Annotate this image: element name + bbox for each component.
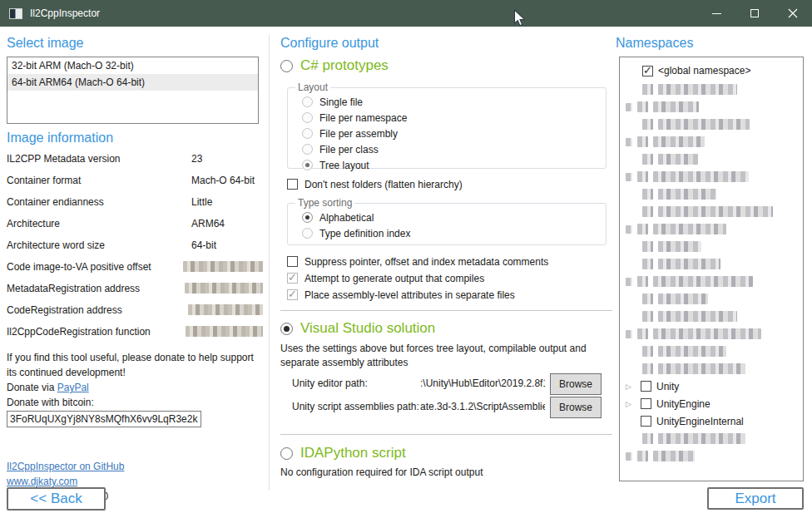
close-button[interactable] xyxy=(774,0,812,27)
image-list-item[interactable]: 32-bit ARM (Mach-O 32-bit) xyxy=(7,57,258,74)
radio-csharp-prototypes[interactable]: C# prototypes xyxy=(280,57,389,75)
column-divider xyxy=(269,35,270,491)
info-row: Container endiannessLittle xyxy=(7,196,263,218)
info-value: 64-bit xyxy=(191,239,216,261)
image-list-item-selected[interactable]: 64-bit ARM64 (Mach-O 64-bit) xyxy=(7,74,258,91)
namespace-item-redacted[interactable] xyxy=(620,150,803,168)
checkbox-compilable-output[interactable]: ✓ Attempt to generate output that compil… xyxy=(287,270,484,286)
checkbox-icon xyxy=(287,179,298,190)
radio-file-per-namespace[interactable]: File per namespace xyxy=(295,110,599,126)
checkbox-icon[interactable]: ✓ xyxy=(642,66,653,76)
checkbox-flatten-hierarchy[interactable]: Don't nest folders (flatten hierarchy) xyxy=(287,176,463,192)
back-button[interactable]: << Back xyxy=(7,487,106,511)
namespace-item-redacted[interactable] xyxy=(620,185,803,203)
radio-icon xyxy=(280,60,293,72)
namespace-item-redacted[interactable] xyxy=(620,273,803,290)
info-row: MetadataRegistration address xyxy=(7,283,263,304)
info-row: Architecture word size64-bit xyxy=(7,239,263,261)
radio-visual-studio-solution[interactable]: Visual Studio solution xyxy=(280,319,435,338)
radio-tree-layout[interactable]: Tree layout xyxy=(295,157,599,173)
radio-icon xyxy=(302,228,313,239)
namespace-item-redacted[interactable] xyxy=(620,290,803,308)
radio-icon xyxy=(302,112,313,123)
checkbox-suppress-comments[interactable]: Suppress pointer, offset and index metad… xyxy=(287,254,548,269)
maximize-button[interactable] xyxy=(735,0,774,27)
ida-description: No configuration required for IDA script… xyxy=(280,466,483,478)
namespace-item-global[interactable]: ✓ <global namespace> xyxy=(620,61,803,81)
radio-alphabetical[interactable]: Alphabetical xyxy=(295,210,599,225)
paypal-link[interactable]: PayPal xyxy=(57,382,89,393)
expander-icon[interactable]: ▷ xyxy=(626,382,636,391)
namespace-item-redacted[interactable] xyxy=(620,220,803,238)
unity-assemblies-browse-button[interactable]: Browse xyxy=(550,397,602,418)
main-area: Select image 32-bit ARM (Mach-O 32-bit) … xyxy=(0,27,812,518)
radio-icon xyxy=(280,323,293,335)
minimize-button[interactable] xyxy=(697,0,735,27)
app-window: Il2CppInspector Select image 32-bit ARM … xyxy=(0,0,812,518)
radio-label: Visual Studio solution xyxy=(300,320,435,337)
radio-file-per-assembly[interactable]: File per assembly xyxy=(295,126,599,141)
radio-label: C# prototypes xyxy=(300,57,389,74)
namespaces-header: Namespaces xyxy=(616,36,693,51)
website-link[interactable]: www.djkaty.com xyxy=(7,476,77,487)
info-row: Code image-to-VA positive offset xyxy=(7,261,263,283)
info-label: CodeRegistration address xyxy=(7,304,188,326)
section-divider xyxy=(280,310,612,311)
info-row: ArchitectureARM64 xyxy=(7,218,263,239)
radio-file-per-class[interactable]: File per class xyxy=(295,141,599,157)
bitcoin-address-input[interactable] xyxy=(7,411,201,427)
radio-label: File per assembly xyxy=(319,128,398,140)
namespace-item-redacted[interactable] xyxy=(620,308,803,325)
namespace-item-redacted[interactable] xyxy=(620,325,803,343)
namespace-item-redacted[interactable] xyxy=(620,203,803,220)
info-label: MetadataRegistration address xyxy=(7,283,185,304)
radio-label: IDAPython script xyxy=(300,445,406,461)
namespace-item-redacted[interactable] xyxy=(620,430,803,447)
namespace-item-redacted[interactable] xyxy=(620,98,803,116)
export-button[interactable]: Export xyxy=(707,487,804,510)
image-listbox: 32-bit ARM (Mach-O 32-bit) 64-bit ARM64 … xyxy=(7,57,259,124)
radio-icon xyxy=(302,144,313,155)
namespace-label: UnityEngine xyxy=(656,398,710,410)
checkbox-label: Attempt to generate output that compiles xyxy=(304,273,484,284)
namespace-item-redacted[interactable] xyxy=(620,255,803,273)
namespace-item-unityengine[interactable]: ▷ UnityEngine xyxy=(620,395,803,412)
info-row: CodeRegistration address xyxy=(7,304,263,326)
checkbox-assembly-attributes[interactable]: ✓ Place assembly-level attributes in sep… xyxy=(287,287,515,303)
info-label: Architecture xyxy=(7,218,191,239)
configure-output-header: Configure output xyxy=(280,36,379,51)
donate-paypal-line: Donate via PayPal xyxy=(7,380,261,395)
namespace-item-redacted[interactable] xyxy=(620,81,803,98)
github-link[interactable]: Il2CppInspector on GitHub xyxy=(7,461,124,472)
namespace-item-redacted[interactable] xyxy=(620,360,803,377)
namespace-item-redacted[interactable] xyxy=(620,168,803,185)
namespace-item-redacted[interactable] xyxy=(620,343,803,360)
checkbox-icon[interactable] xyxy=(641,398,651,409)
radio-idapython-script[interactable]: IDAPython script xyxy=(280,444,406,462)
expander-icon[interactable]: ▷ xyxy=(626,400,636,408)
donate-message: If you find this tool useful, please don… xyxy=(7,350,261,380)
unity-editor-browse-button[interactable]: Browse xyxy=(550,373,602,395)
radio-single-file[interactable]: Single file xyxy=(295,94,599,110)
namespace-item-unity[interactable]: ▷ Unity xyxy=(620,377,803,395)
radio-icon xyxy=(302,128,313,139)
radio-label: Single file xyxy=(319,96,363,108)
namespace-item-redacted[interactable] xyxy=(620,447,803,465)
namespace-label: UnityEngineInternal xyxy=(656,416,744,427)
namespace-item-redacted[interactable] xyxy=(620,116,803,133)
radio-type-definition-index[interactable]: Type definition index xyxy=(295,225,599,241)
info-label: Il2CppCodeRegistration function xyxy=(7,326,186,348)
namespace-item-unityengineinternal[interactable]: UnityEngineInternal xyxy=(620,412,803,430)
checkbox-label: Don't nest folders (flatten hierarchy) xyxy=(304,179,463,190)
checkbox-icon[interactable] xyxy=(641,381,651,392)
radio-label: File per class xyxy=(319,144,379,155)
checkbox-icon[interactable] xyxy=(641,416,651,427)
namespace-item-redacted[interactable] xyxy=(620,238,803,255)
titlebar: Il2CppInspector xyxy=(0,0,812,27)
vs-description: Uses the settings above but forces tree … xyxy=(280,342,598,370)
namespace-item-redacted[interactable] xyxy=(620,133,803,150)
info-row: Il2CppCodeRegistration function xyxy=(7,326,263,348)
donate-bitcoin-label: Donate with bitcoin: xyxy=(7,395,261,410)
checkbox-label: Place assembly-level attributes in separ… xyxy=(304,289,515,301)
layout-groupbox: Layout Single file File per namespace Fi… xyxy=(287,81,607,169)
